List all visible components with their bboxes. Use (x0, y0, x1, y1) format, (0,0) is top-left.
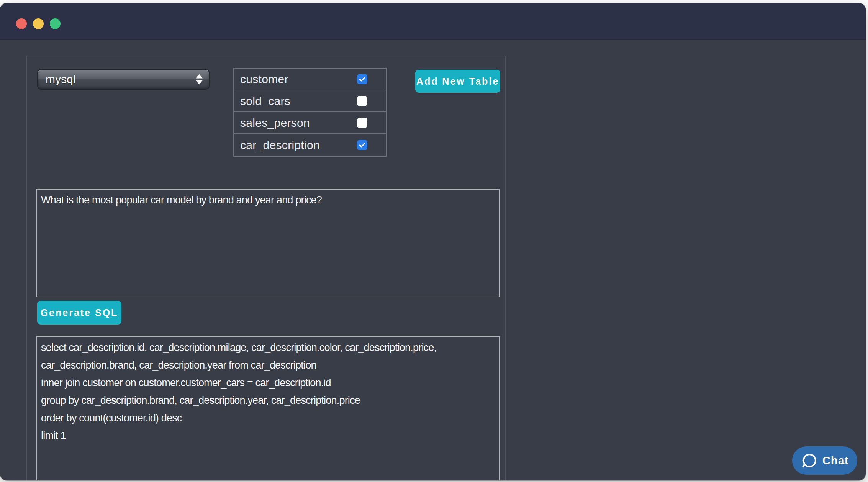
table-row: sales_person (234, 112, 386, 134)
sql-output[interactable]: select car_description.id, car_descripti… (36, 336, 500, 480)
table-row: car_description (234, 134, 386, 156)
close-window-icon[interactable] (16, 18, 27, 29)
check-icon (358, 141, 366, 149)
table-checkbox[interactable] (357, 140, 367, 150)
zoom-window-icon[interactable] (50, 18, 61, 29)
table-list: customer sold_cars sales_person car_desc… (233, 68, 387, 157)
speech-bubble-icon (801, 452, 818, 469)
app-window: mysql customer sold_cars sales_person (0, 3, 866, 480)
check-icon (358, 75, 366, 83)
chat-button[interactable]: Chat (792, 446, 857, 475)
table-name: sold_cars (234, 95, 290, 108)
add-new-table-button[interactable]: Add New Table (415, 70, 500, 93)
database-select-value: mysql (38, 73, 75, 86)
generate-sql-button[interactable]: Generate SQL (37, 301, 121, 325)
table-checkbox[interactable] (357, 96, 367, 106)
table-row: customer (234, 69, 386, 90)
table-name: customer (234, 73, 288, 86)
table-checkbox[interactable] (357, 74, 367, 84)
table-name: car_description (234, 139, 320, 152)
table-checkbox[interactable] (357, 118, 367, 128)
minimize-window-icon[interactable] (33, 18, 44, 29)
chat-button-label: Chat (822, 454, 849, 467)
table-name: sales_person (234, 116, 310, 130)
select-stepper-icon (196, 74, 203, 85)
titlebar (0, 3, 866, 40)
question-input[interactable]: What is the most popular car model by br… (36, 189, 500, 297)
database-select[interactable]: mysql (37, 69, 210, 90)
table-row: sold_cars (234, 90, 386, 112)
query-builder-panel: mysql customer sold_cars sales_person (26, 56, 506, 480)
